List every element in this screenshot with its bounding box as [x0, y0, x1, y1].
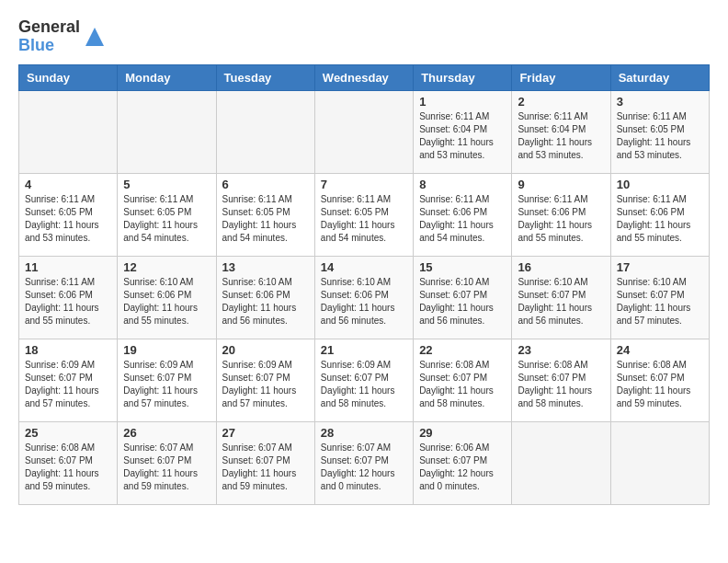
calendar-cell: 1Sunrise: 6:11 AM Sunset: 6:04 PM Daylig… [414, 90, 512, 173]
day-info: Sunrise: 6:10 AM Sunset: 6:07 PM Dayligh… [617, 276, 703, 327]
day-info: Sunrise: 6:11 AM Sunset: 6:06 PM Dayligh… [25, 276, 111, 327]
calendar-cell: 7Sunrise: 6:11 AM Sunset: 6:05 PM Daylig… [314, 173, 413, 256]
day-number: 27 [222, 426, 309, 440]
day-number: 9 [518, 178, 604, 191]
day-info: Sunrise: 6:07 AM Sunset: 6:07 PM Dayligh… [321, 442, 407, 493]
calendar-cell: 21Sunrise: 6:09 AM Sunset: 6:07 PM Dayli… [314, 339, 413, 421]
col-header-sunday: Sunday [19, 64, 118, 90]
day-info: Sunrise: 6:10 AM Sunset: 6:06 PM Dayligh… [123, 276, 210, 327]
day-number: 5 [123, 178, 210, 191]
day-number: 29 [419, 426, 506, 440]
day-number: 6 [222, 178, 309, 191]
calendar-cell: 6Sunrise: 6:11 AM Sunset: 6:05 PM Daylig… [216, 173, 314, 256]
day-number: 1 [419, 95, 506, 109]
calendar-cell: 26Sunrise: 6:07 AM Sunset: 6:07 PM Dayli… [118, 421, 216, 504]
calendar-cell: 20Sunrise: 6:09 AM Sunset: 6:07 PM Dayli… [216, 339, 314, 421]
day-info: Sunrise: 6:08 AM Sunset: 6:07 PM Dayligh… [617, 359, 703, 410]
calendar-cell: 13Sunrise: 6:10 AM Sunset: 6:06 PM Dayli… [216, 256, 314, 339]
day-number: 20 [222, 343, 309, 357]
col-header-monday: Monday [118, 64, 216, 90]
calendar-cell: 5Sunrise: 6:11 AM Sunset: 6:05 PM Daylig… [118, 173, 216, 256]
day-info: Sunrise: 6:11 AM Sunset: 6:05 PM Dayligh… [321, 193, 407, 245]
calendar-cell: 22Sunrise: 6:08 AM Sunset: 6:07 PM Dayli… [414, 339, 512, 421]
day-number: 23 [518, 343, 604, 357]
col-header-friday: Friday [512, 64, 610, 90]
day-number: 8 [419, 178, 506, 191]
calendar-cell: 8Sunrise: 6:11 AM Sunset: 6:06 PM Daylig… [414, 173, 512, 256]
day-number: 4 [25, 178, 111, 191]
day-number: 11 [25, 260, 111, 274]
day-info: Sunrise: 6:11 AM Sunset: 6:06 PM Dayligh… [617, 193, 703, 245]
calendar-cell [19, 90, 118, 173]
calendar-cell [512, 421, 610, 504]
day-number: 19 [123, 343, 210, 357]
col-header-tuesday: Tuesday [216, 64, 314, 90]
day-number: 2 [518, 95, 604, 109]
day-number: 25 [25, 426, 111, 440]
calendar-cell [610, 421, 709, 504]
day-info: Sunrise: 6:08 AM Sunset: 6:07 PM Dayligh… [419, 359, 506, 410]
day-info: Sunrise: 6:11 AM Sunset: 6:05 PM Dayligh… [617, 110, 703, 162]
day-info: Sunrise: 6:11 AM Sunset: 6:06 PM Dayligh… [419, 193, 506, 245]
calendar-cell: 4Sunrise: 6:11 AM Sunset: 6:05 PM Daylig… [19, 173, 118, 256]
calendar-cell: 10Sunrise: 6:11 AM Sunset: 6:06 PM Dayli… [610, 173, 709, 256]
day-info: Sunrise: 6:09 AM Sunset: 6:07 PM Dayligh… [25, 359, 111, 410]
logo-general: General [18, 18, 80, 37]
calendar-cell: 15Sunrise: 6:10 AM Sunset: 6:07 PM Dayli… [414, 256, 512, 339]
col-header-wednesday: Wednesday [314, 64, 413, 90]
calendar-cell: 17Sunrise: 6:10 AM Sunset: 6:07 PM Dayli… [610, 256, 709, 339]
col-header-thursday: Thursday [414, 64, 512, 90]
day-info: Sunrise: 6:08 AM Sunset: 6:07 PM Dayligh… [518, 359, 604, 410]
calendar-cell: 2Sunrise: 6:11 AM Sunset: 6:04 PM Daylig… [512, 90, 610, 173]
calendar-header-row: SundayMondayTuesdayWednesdayThursdayFrid… [19, 64, 710, 90]
day-number: 24 [617, 343, 703, 357]
calendar-cell: 16Sunrise: 6:10 AM Sunset: 6:07 PM Dayli… [512, 256, 610, 339]
calendar-week-3: 11Sunrise: 6:11 AM Sunset: 6:06 PM Dayli… [19, 256, 710, 339]
day-info: Sunrise: 6:06 AM Sunset: 6:07 PM Dayligh… [419, 442, 506, 493]
day-info: Sunrise: 6:07 AM Sunset: 6:07 PM Dayligh… [222, 442, 309, 493]
day-info: Sunrise: 6:11 AM Sunset: 6:06 PM Dayligh… [518, 193, 604, 245]
logo-blue: Blue [18, 37, 80, 55]
calendar-week-2: 4Sunrise: 6:11 AM Sunset: 6:05 PM Daylig… [19, 173, 710, 256]
day-number: 18 [25, 343, 111, 357]
day-number: 7 [321, 178, 407, 191]
day-number: 12 [123, 260, 210, 274]
svg-marker-0 [85, 28, 104, 46]
day-number: 28 [321, 426, 407, 440]
day-info: Sunrise: 6:10 AM Sunset: 6:06 PM Dayligh… [321, 276, 407, 327]
calendar-cell: 3Sunrise: 6:11 AM Sunset: 6:05 PM Daylig… [610, 90, 709, 173]
calendar-cell: 12Sunrise: 6:10 AM Sunset: 6:06 PM Dayli… [118, 256, 216, 339]
day-number: 14 [321, 260, 407, 274]
calendar-cell [118, 90, 216, 173]
day-info: Sunrise: 6:09 AM Sunset: 6:07 PM Dayligh… [321, 359, 407, 410]
calendar-cell: 14Sunrise: 6:10 AM Sunset: 6:06 PM Dayli… [314, 256, 413, 339]
day-info: Sunrise: 6:11 AM Sunset: 6:05 PM Dayligh… [123, 193, 210, 245]
day-number: 21 [321, 343, 407, 357]
day-number: 17 [617, 260, 703, 274]
calendar-cell: 19Sunrise: 6:09 AM Sunset: 6:07 PM Dayli… [118, 339, 216, 421]
day-info: Sunrise: 6:10 AM Sunset: 6:07 PM Dayligh… [419, 276, 506, 327]
calendar-cell: 11Sunrise: 6:11 AM Sunset: 6:06 PM Dayli… [19, 256, 118, 339]
calendar-table: SundayMondayTuesdayWednesdayThursdayFrid… [18, 64, 710, 505]
day-info: Sunrise: 6:10 AM Sunset: 6:06 PM Dayligh… [222, 276, 309, 327]
day-info: Sunrise: 6:11 AM Sunset: 6:05 PM Dayligh… [222, 193, 309, 245]
calendar-cell: 25Sunrise: 6:08 AM Sunset: 6:07 PM Dayli… [19, 421, 118, 504]
day-info: Sunrise: 6:10 AM Sunset: 6:07 PM Dayligh… [518, 276, 604, 327]
calendar-cell: 9Sunrise: 6:11 AM Sunset: 6:06 PM Daylig… [512, 173, 610, 256]
day-number: 10 [617, 178, 703, 191]
day-number: 26 [123, 426, 210, 440]
day-number: 16 [518, 260, 604, 274]
day-info: Sunrise: 6:09 AM Sunset: 6:07 PM Dayligh… [222, 359, 309, 410]
day-info: Sunrise: 6:11 AM Sunset: 6:05 PM Dayligh… [25, 193, 111, 245]
calendar-week-4: 18Sunrise: 6:09 AM Sunset: 6:07 PM Dayli… [19, 339, 710, 421]
calendar-cell [314, 90, 413, 173]
calendar-week-1: 1Sunrise: 6:11 AM Sunset: 6:04 PM Daylig… [19, 90, 710, 173]
logo: General Blue [18, 18, 104, 55]
day-number: 13 [222, 260, 309, 274]
day-info: Sunrise: 6:09 AM Sunset: 6:07 PM Dayligh… [123, 359, 210, 410]
day-number: 3 [617, 95, 703, 109]
day-number: 22 [419, 343, 506, 357]
calendar-cell: 23Sunrise: 6:08 AM Sunset: 6:07 PM Dayli… [512, 339, 610, 421]
col-header-saturday: Saturday [610, 64, 709, 90]
page-header: General Blue [18, 18, 710, 55]
